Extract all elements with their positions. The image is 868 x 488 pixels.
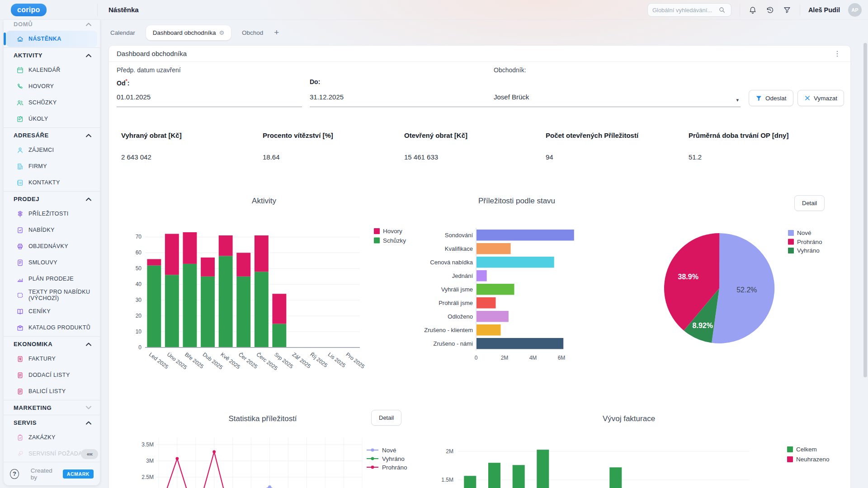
sidebar-section-domu[interactable]: DOMŮ: [4, 20, 100, 31]
kpi-value: 94: [546, 153, 553, 161]
sidebar-item-schuzky[interactable]: SCHŮZKY: [6, 94, 97, 111]
kebab-menu-icon[interactable]: ⋮: [832, 49, 843, 58]
legend-marker[interactable]: [371, 457, 374, 460]
tab-dashboard-obchodnika[interactable]: Dashboard obchodníka⚙: [146, 25, 231, 40]
legend-swatch[interactable]: [374, 238, 380, 244]
sidebar-item-kalendar[interactable]: KALENDÁŘ: [6, 62, 97, 78]
legend-label[interactable]: Hovory: [383, 228, 402, 235]
sidebar-item-faktury[interactable]: FAKTURY: [6, 351, 97, 367]
legend-label[interactable]: Nové: [382, 447, 396, 454]
search-icon[interactable]: [717, 5, 726, 14]
sidebar-item-label: FAKTURY: [28, 356, 56, 362]
legend-marker[interactable]: [371, 466, 374, 469]
global-search[interactable]: [647, 3, 731, 17]
bar-segment: [488, 463, 500, 488]
help-icon[interactable]: ?: [10, 469, 19, 479]
app-logo[interactable]: coripo: [11, 4, 47, 16]
sidebar-item-ukoly[interactable]: ÚKOLY: [6, 111, 97, 127]
sidebar-section-prodej[interactable]: PRODEJ: [4, 192, 100, 206]
sidebar-item-prilezitosti[interactable]: PŘÍLEŽITOSTI: [6, 206, 97, 222]
bar-segment: [201, 277, 215, 347]
legend-label[interactable]: Neuhrazeno: [796, 456, 830, 463]
legend-label[interactable]: Vyhráno: [797, 247, 820, 254]
notifications-bell-icon[interactable]: [748, 5, 757, 14]
sidebar-item-label: BALICÍ LISTY: [28, 388, 66, 394]
sidebar-item-nabidky[interactable]: NABÍDKY: [6, 222, 97, 238]
caret-down-icon: ▾: [736, 97, 739, 103]
section-label: DOMŮ: [14, 21, 85, 28]
section-label: SERVIS: [14, 419, 85, 426]
sidebar-item-plan-prodeje[interactable]: PLÁN PRODEJE: [6, 271, 97, 287]
sidebar-item-hovory[interactable]: HOVORY: [6, 78, 97, 94]
detail-button-stav[interactable]: Detail: [794, 195, 825, 211]
legend-marker[interactable]: [371, 449, 374, 452]
history-icon[interactable]: [765, 5, 774, 14]
sidebar-collapse-button[interactable]: ««: [81, 449, 98, 459]
legend-label[interactable]: Nové: [797, 230, 811, 236]
sidebar-item-objednavky[interactable]: OBJEDNÁVKY: [6, 238, 97, 254]
list-doc-icon: [16, 371, 24, 379]
category-label: Prohráli jsme: [439, 300, 473, 306]
panel-header: Dashboard obchodníka ⋮: [109, 46, 850, 62]
dashed-box-icon: [16, 291, 24, 299]
legend-swatch[interactable]: [788, 230, 794, 236]
gear-icon[interactable]: ⚙: [219, 29, 224, 36]
sidebar-item-zajemci[interactable]: ZÁJEMCI: [6, 142, 97, 158]
sidebar-item-smlouvy[interactable]: SMLOUVY: [6, 254, 97, 271]
add-tab-button[interactable]: +: [274, 28, 279, 38]
acmark-badge[interactable]: ACMARK: [63, 469, 94, 479]
search-input[interactable]: [652, 7, 714, 14]
avatar[interactable]: AP: [848, 3, 862, 17]
sidebar-section-marketing[interactable]: MARKETING: [4, 401, 100, 414]
sidebar-item-katalog-produktu[interactable]: KATALOG PRODUKTŮ: [6, 319, 97, 336]
date-to-field[interactable]: 31.12.2025: [310, 89, 495, 107]
x-tick: Zář 2025: [291, 351, 312, 370]
sidebar-divider: [4, 400, 100, 400]
legend-swatch[interactable]: [787, 446, 793, 452]
sidebar-item-balici-listy[interactable]: BALICÍ LISTY: [6, 383, 97, 399]
sidebar-section-ekonomika[interactable]: EKONOMIKA: [4, 337, 100, 351]
submit-filter-button[interactable]: Odeslat: [749, 90, 793, 106]
x-tick: 0: [475, 355, 478, 361]
sidebar-item-dodaci-listy[interactable]: DODACÍ LISTY: [6, 367, 97, 383]
detail-button-statistika[interactable]: Detail: [371, 410, 401, 426]
sidebar-divider: [4, 191, 100, 192]
sidebar-item-nastenka[interactable]: NÁSTĚNKA: [6, 31, 97, 47]
legend-swatch[interactable]: [374, 228, 380, 234]
sidebar-item-firmy[interactable]: FIRMY: [6, 158, 97, 174]
salesman-select[interactable]: Josef Brück ▾: [494, 89, 741, 107]
sidebar-nav: DOMŮNÁSTĚNKAAKTIVITYKALENDÁŘHOVORYSCHŮZK…: [4, 20, 100, 462]
clear-filter-button[interactable]: Vymazat: [797, 90, 844, 106]
scrollbar-thumb[interactable]: [863, 43, 867, 377]
sidebar-section-aktivity[interactable]: AKTIVITY: [4, 48, 100, 62]
legend-swatch[interactable]: [788, 248, 794, 253]
user-name[interactable]: Aleš Pudil: [808, 6, 840, 14]
sidebar-item-ceniky[interactable]: CENÍKY: [6, 303, 97, 319]
bar-segment: [464, 476, 476, 488]
panel-title: Dashboard obchodníka: [117, 50, 187, 57]
sidebar-section-servis[interactable]: SERVIS: [4, 416, 100, 429]
bar-segment: [476, 324, 501, 336]
sidebar-item-zakazky[interactable]: ZAKÁZKY: [6, 429, 97, 446]
sidebar-item-texty-pro-nabidku-vychozi[interactable]: TEXTY PRO NABÍDKU (VÝCHOZÍ): [6, 287, 97, 303]
sidebar-item-label: HOVORY: [28, 83, 54, 89]
legend-label[interactable]: Prohráno: [797, 239, 822, 245]
legend-label[interactable]: Prohráno: [382, 464, 407, 471]
sidebar-item-kontakty[interactable]: KONTAKTY: [6, 174, 97, 191]
date-from-field[interactable]: 01.01.2025: [117, 89, 302, 107]
filter-funnel-icon[interactable]: [783, 5, 792, 14]
contacts-icon: [16, 179, 24, 187]
sidebar-divider: [4, 415, 100, 415]
sidebar-item-label: NABÍDKY: [28, 227, 55, 233]
tab-calendar[interactable]: Calendar: [110, 29, 135, 36]
topbar: coripo Nástěnka Aleš Pudil AP: [0, 0, 868, 20]
legend-label[interactable]: Vyhráno: [382, 455, 405, 462]
sidebar-section-adresare[interactable]: ADRESÁŘE: [4, 128, 100, 142]
legend-label[interactable]: Celkem: [796, 446, 817, 453]
tab-obchod[interactable]: Obchod: [242, 29, 263, 36]
legend-swatch[interactable]: [787, 456, 793, 462]
legend-swatch[interactable]: [788, 239, 794, 245]
legend-label[interactable]: Schůzky: [383, 237, 406, 244]
date-from-value: 01.01.2025: [117, 93, 151, 107]
chevron-up-icon: [85, 53, 92, 57]
